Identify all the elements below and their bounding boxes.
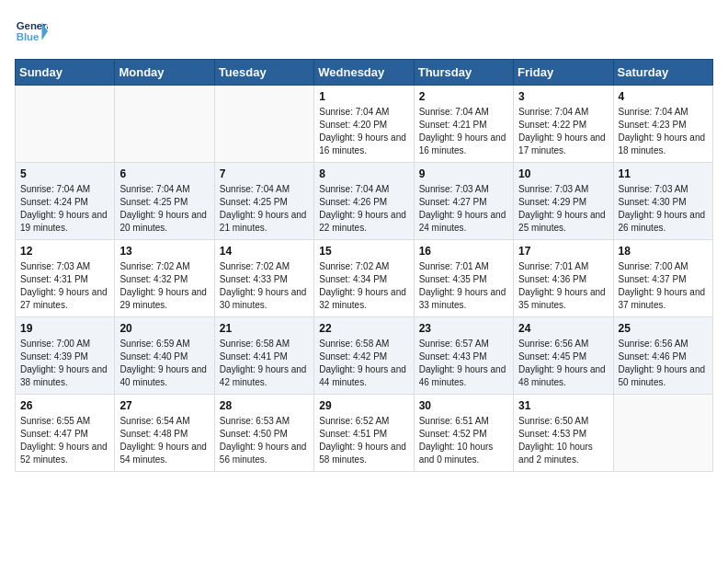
calendar-cell: 25Sunrise: 6:56 AM Sunset: 4:46 PM Dayli… [613,317,712,395]
day-info: Sunrise: 7:03 AM Sunset: 4:30 PM Dayligh… [619,183,708,235]
calendar-cell: 18Sunrise: 7:00 AM Sunset: 4:37 PM Dayli… [613,240,712,317]
day-info: Sunrise: 6:52 AM Sunset: 4:51 PM Dayligh… [319,415,408,466]
calendar-cell [16,86,115,163]
day-info: Sunrise: 6:59 AM Sunset: 4:40 PM Dayligh… [119,338,209,389]
calendar-cell: 3Sunrise: 7:04 AM Sunset: 4:22 PM Daylig… [514,86,613,163]
calendar-table: SundayMondayTuesdayWednesdayThursdayFrid… [15,59,713,472]
day-info: Sunrise: 7:03 AM Sunset: 4:27 PM Dayligh… [419,183,508,235]
header-row: SundayMondayTuesdayWednesdayThursdayFrid… [16,60,713,86]
day-number: 7 [220,167,309,180]
day-header-monday: Monday [115,60,214,86]
calendar-cell: 8Sunrise: 7:04 AM Sunset: 4:26 PM Daylig… [314,163,414,240]
day-number: 11 [619,167,708,180]
day-number: 14 [220,245,309,258]
calendar-cell: 15Sunrise: 7:02 AM Sunset: 4:34 PM Dayli… [314,240,414,317]
day-number: 30 [419,399,508,412]
day-number: 4 [619,90,708,103]
calendar-cell: 14Sunrise: 7:02 AM Sunset: 4:33 PM Dayli… [214,240,313,317]
calendar-cell: 12Sunrise: 7:03 AM Sunset: 4:31 PM Dayli… [16,240,115,317]
day-header-wednesday: Wednesday [314,60,414,86]
day-number: 12 [20,245,109,258]
day-number: 22 [319,322,408,335]
calendar-cell: 22Sunrise: 6:58 AM Sunset: 4:42 PM Dayli… [314,317,414,395]
week-row-1: 1Sunrise: 7:04 AM Sunset: 4:20 PM Daylig… [16,86,713,163]
day-number: 23 [419,322,508,335]
day-number: 20 [119,322,209,335]
calendar-cell: 21Sunrise: 6:58 AM Sunset: 4:41 PM Dayli… [214,317,313,395]
calendar-cell: 19Sunrise: 7:00 AM Sunset: 4:39 PM Dayli… [16,317,115,395]
day-number: 18 [619,245,708,258]
day-number: 27 [119,399,209,412]
day-info: Sunrise: 7:01 AM Sunset: 4:36 PM Dayligh… [518,260,608,312]
calendar-cell: 28Sunrise: 6:53 AM Sunset: 4:50 PM Dayli… [214,395,313,472]
day-info: Sunrise: 6:54 AM Sunset: 4:48 PM Dayligh… [119,415,209,466]
calendar-cell: 10Sunrise: 7:03 AM Sunset: 4:29 PM Dayli… [514,163,613,240]
calendar-cell: 11Sunrise: 7:03 AM Sunset: 4:30 PM Dayli… [613,163,712,240]
day-info: Sunrise: 6:58 AM Sunset: 4:42 PM Dayligh… [319,338,408,389]
day-info: Sunrise: 7:03 AM Sunset: 4:31 PM Dayligh… [20,260,109,312]
day-number: 15 [319,245,408,258]
calendar-cell: 31Sunrise: 6:50 AM Sunset: 4:53 PM Dayli… [514,395,613,472]
day-info: Sunrise: 7:04 AM Sunset: 4:26 PM Dayligh… [319,183,408,235]
week-row-3: 12Sunrise: 7:03 AM Sunset: 4:31 PM Dayli… [16,240,713,317]
week-row-5: 26Sunrise: 6:55 AM Sunset: 4:47 PM Dayli… [16,395,713,472]
day-info: Sunrise: 7:02 AM Sunset: 4:34 PM Dayligh… [319,260,408,312]
calendar-cell [115,86,214,163]
calendar-cell: 23Sunrise: 6:57 AM Sunset: 4:43 PM Dayli… [414,317,513,395]
day-number: 13 [119,245,209,258]
calendar-cell: 4Sunrise: 7:04 AM Sunset: 4:23 PM Daylig… [613,86,712,163]
week-row-4: 19Sunrise: 7:00 AM Sunset: 4:39 PM Dayli… [16,317,713,395]
calendar-cell [214,86,313,163]
day-number: 19 [20,322,109,335]
day-info: Sunrise: 6:56 AM Sunset: 4:46 PM Dayligh… [619,338,708,389]
day-info: Sunrise: 6:55 AM Sunset: 4:47 PM Dayligh… [20,415,109,466]
calendar-cell: 24Sunrise: 6:56 AM Sunset: 4:45 PM Dayli… [514,317,613,395]
day-number: 17 [518,245,608,258]
day-info: Sunrise: 7:00 AM Sunset: 4:39 PM Dayligh… [20,338,109,389]
calendar-cell: 5Sunrise: 7:04 AM Sunset: 4:24 PM Daylig… [16,163,115,240]
calendar-cell: 27Sunrise: 6:54 AM Sunset: 4:48 PM Dayli… [115,395,214,472]
calendar-cell: 20Sunrise: 6:59 AM Sunset: 4:40 PM Dayli… [115,317,214,395]
calendar-cell: 29Sunrise: 6:52 AM Sunset: 4:51 PM Dayli… [314,395,414,472]
calendar-cell [613,395,712,472]
day-number: 24 [518,322,608,335]
day-header-sunday: Sunday [16,60,115,86]
day-info: Sunrise: 6:58 AM Sunset: 4:41 PM Dayligh… [220,338,309,389]
calendar-cell: 6Sunrise: 7:04 AM Sunset: 4:25 PM Daylig… [115,163,214,240]
calendar-cell: 7Sunrise: 7:04 AM Sunset: 4:25 PM Daylig… [214,163,313,240]
calendar-cell: 9Sunrise: 7:03 AM Sunset: 4:27 PM Daylig… [414,163,513,240]
day-info: Sunrise: 7:04 AM Sunset: 4:25 PM Dayligh… [119,183,209,235]
day-info: Sunrise: 7:00 AM Sunset: 4:37 PM Dayligh… [619,260,708,312]
day-number: 5 [20,167,109,180]
day-info: Sunrise: 6:51 AM Sunset: 4:52 PM Dayligh… [419,415,508,466]
calendar-cell: 30Sunrise: 6:51 AM Sunset: 4:52 PM Dayli… [414,395,513,472]
svg-text:Blue: Blue [17,31,40,42]
day-header-thursday: Thursday [414,60,513,86]
calendar-cell: 26Sunrise: 6:55 AM Sunset: 4:47 PM Dayli… [16,395,115,472]
day-info: Sunrise: 6:57 AM Sunset: 4:43 PM Dayligh… [419,338,508,389]
day-number: 10 [518,167,608,180]
day-info: Sunrise: 7:03 AM Sunset: 4:29 PM Dayligh… [518,183,608,235]
day-number: 9 [419,167,508,180]
day-info: Sunrise: 7:04 AM Sunset: 4:23 PM Dayligh… [619,106,708,157]
day-number: 28 [220,399,309,412]
day-number: 6 [119,167,209,180]
day-info: Sunrise: 7:04 AM Sunset: 4:22 PM Dayligh… [518,106,608,157]
calendar-cell: 17Sunrise: 7:01 AM Sunset: 4:36 PM Dayli… [514,240,613,317]
logo-icon: General Blue [15,15,48,48]
day-info: Sunrise: 7:04 AM Sunset: 4:24 PM Dayligh… [20,183,109,235]
day-number: 8 [319,167,408,180]
day-header-friday: Friday [514,60,613,86]
day-info: Sunrise: 7:04 AM Sunset: 4:20 PM Dayligh… [319,106,408,157]
calendar-cell: 1Sunrise: 7:04 AM Sunset: 4:20 PM Daylig… [314,86,414,163]
day-info: Sunrise: 7:01 AM Sunset: 4:35 PM Dayligh… [419,260,508,312]
day-number: 25 [619,322,708,335]
day-header-tuesday: Tuesday [214,60,313,86]
day-header-saturday: Saturday [613,60,712,86]
day-info: Sunrise: 7:02 AM Sunset: 4:32 PM Dayligh… [119,260,209,312]
day-number: 29 [319,399,408,412]
day-number: 1 [319,90,408,103]
calendar-cell: 2Sunrise: 7:04 AM Sunset: 4:21 PM Daylig… [414,86,513,163]
day-info: Sunrise: 7:04 AM Sunset: 4:25 PM Dayligh… [220,183,309,235]
week-row-2: 5Sunrise: 7:04 AM Sunset: 4:24 PM Daylig… [16,163,713,240]
